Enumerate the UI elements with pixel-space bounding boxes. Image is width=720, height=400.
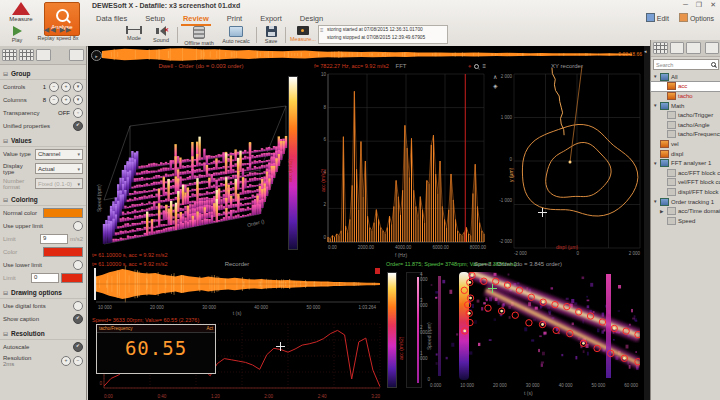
channel-item-math[interactable]: ▼Math <box>651 101 720 111</box>
recorder-panel[interactable]: Recorder t= 61.10000 s, acc = 9.92 m/s2 … <box>90 260 384 316</box>
channel-group-icon <box>660 159 669 167</box>
upper-limit-toggle[interactable] <box>73 221 83 231</box>
autoscale-checkbox[interactable] <box>73 342 83 352</box>
resolution-decrease-button[interactable] <box>73 356 83 366</box>
drawing-options-header[interactable]: Drawing options <box>0 286 86 299</box>
widget-grid-button[interactable] <box>2 49 17 61</box>
maximize-button[interactable]: ❐ <box>696 1 702 9</box>
tab-export[interactable]: Export <box>258 13 284 26</box>
channel-item-tacho-angle[interactable]: tacho/Angle <box>651 120 720 130</box>
edit-button[interactable]: Edit <box>646 13 669 22</box>
resolution-increase-button[interactable] <box>61 356 71 366</box>
channel-item-all[interactable]: ▼All <box>651 72 720 82</box>
group-section-header[interactable]: Group <box>0 67 86 80</box>
channel-item-tacho[interactable]: tacho <box>651 91 720 101</box>
channel-add-button[interactable] <box>686 42 701 54</box>
resolution-section-header[interactable]: Resolution <box>0 327 86 340</box>
waterfall-3d-panel[interactable]: Dwell - Order (do = 0.003 order) Speed (… <box>90 62 312 260</box>
columns-menu-button[interactable] <box>73 95 83 105</box>
play-button[interactable]: Play <box>4 26 30 43</box>
upper-limit-value-row: Limit 9 m/s2 <box>0 232 86 245</box>
channel-search-box[interactable]: Search <box>653 59 719 70</box>
replay-speed-control[interactable]: ◀◀ ▶▶ Replay speed 8x <box>30 26 86 41</box>
channel-item-displ[interactable]: displ <box>651 149 720 159</box>
channel-item-tacho-trigger[interactable]: tacho/Trigger <box>651 110 720 120</box>
display-type-select[interactable]: Actual <box>35 163 83 174</box>
show-caption-checkbox[interactable] <box>73 314 83 324</box>
channel-item-acc-fft-block-count[interactable]: acc/FFT block count <box>651 168 720 178</box>
channel-item-fft-analyser-1[interactable]: ▼FFT analyser 1 <box>651 158 720 168</box>
upper-limit-input[interactable]: 9 <box>40 234 68 244</box>
lower-limit-toggle[interactable] <box>73 260 83 270</box>
lower-limit-color-swatch[interactable] <box>61 273 83 283</box>
widget-display-button[interactable] <box>19 49 34 61</box>
number-format-select[interactable]: Fixed (0.1-0) <box>35 178 83 189</box>
muted-speaker-icon: ✕ <box>153 26 169 36</box>
channel-item-displ-fft-block-count[interactable]: displ/FFT block count <box>651 187 720 197</box>
lower-limit-input[interactable]: 0 <box>31 273 59 283</box>
close-button[interactable]: ✕ <box>710 1 716 9</box>
mode-button[interactable]: Mode <box>120 26 148 41</box>
coloring-section-header[interactable]: Coloring <box>0 193 86 206</box>
collapse-caret-icon[interactable]: ▼ <box>653 103 658 108</box>
widget-plain-button[interactable] <box>36 49 51 61</box>
sound-button[interactable]: ✕ Sound <box>148 26 174 43</box>
options-button[interactable]: Options <box>679 13 714 22</box>
fft-panel[interactable]: FFT f= 7822.27 Hz, acc= 9.92 m/s2 ⌖ ≡ 10… <box>312 62 490 260</box>
widget-more-button[interactable] <box>69 49 84 61</box>
minimize-button[interactable]: ─ <box>683 1 688 9</box>
auto-recalc-button[interactable]: Auto recalc <box>218 26 254 44</box>
collapse-caret-icon[interactable]: ▼ <box>653 199 658 204</box>
controls-decrement-button[interactable] <box>49 82 59 92</box>
controls-menu-button[interactable] <box>73 82 83 92</box>
transparency-row: Transparency OFF <box>0 106 86 119</box>
tab-review[interactable]: Review <box>181 13 211 26</box>
digital-fonts-toggle[interactable] <box>73 301 83 311</box>
channel-item-tacho-frequency[interactable]: tacho/Frequency <box>651 130 720 140</box>
channel-item-acc-time-domain[interactable]: ▶acc/Time domain <box>651 206 720 216</box>
center-icon[interactable]: ◈ <box>493 83 498 89</box>
channel-icon <box>667 92 676 100</box>
upper-limit-color-swatch[interactable] <box>43 247 83 257</box>
overview-strip[interactable]: ▸ 0:03:18.66 <box>90 47 644 62</box>
tab-data-files[interactable]: Data files <box>94 13 129 26</box>
value-type-select[interactable]: Channel <box>35 149 83 160</box>
channel-filter-button[interactable] <box>670 42 685 54</box>
tab-print[interactable]: Print <box>225 13 244 26</box>
channel-menu-button[interactable] <box>705 42 720 54</box>
channel-item-vel-fft-block-count[interactable]: vel/FFT block count <box>651 178 720 188</box>
values-section-header[interactable]: Values <box>0 134 86 147</box>
cursor-icon[interactable]: ⌖ <box>468 63 471 69</box>
save-button[interactable]: Save <box>259 26 283 44</box>
speed-chart-panel[interactable]: Speed= 3633.00rpm; Value= 60.55 (2.2376)… <box>90 316 384 400</box>
transparency-toggle[interactable] <box>73 108 83 118</box>
expand-caret-icon[interactable]: ▶ <box>660 209 665 214</box>
columns-decrement-button[interactable] <box>49 95 59 105</box>
collapse-caret-icon[interactable]: ▼ <box>653 74 658 79</box>
channel-item-order-tracking-1[interactable]: ▼Order tracking 1 <box>651 197 720 207</box>
collapse-caret-icon[interactable]: ▼ <box>653 161 658 166</box>
digital-display[interactable]: tacho/Frequency Act 60.55 <box>96 324 216 374</box>
normal-color-swatch[interactable] <box>43 208 83 218</box>
zoom-icon[interactable] <box>474 64 479 69</box>
display-properties-panel: Group Controls 1 Columns 8 Transparency … <box>0 46 87 400</box>
measure-switch-button[interactable]: Measure... <box>288 26 318 42</box>
channel-item-acc[interactable]: acc <box>651 82 720 92</box>
xy-recorder-panel[interactable]: XY recorder ∧ ◈ 2 0001 0000-1 000-2 000 … <box>490 62 644 260</box>
order-map-panel[interactable]: Order= 11.875; Speed= 3748rpm; Value= 7.… <box>384 260 642 400</box>
tab-setup[interactable]: Setup <box>143 13 167 26</box>
columns-increment-button[interactable] <box>61 95 71 105</box>
menu-icon[interactable]: ≡ <box>482 63 486 69</box>
measure-mode-button[interactable]: Measure <box>2 2 40 26</box>
channel-item-vel[interactable]: vel <box>651 139 720 149</box>
controls-increment-button[interactable] <box>61 82 71 92</box>
replay-position-icon[interactable]: ▸ <box>91 50 102 61</box>
storing-notes[interactable]: storing started at 07/08/2015 12:36:31.0… <box>318 25 448 44</box>
autoscale-row: Autoscale <box>0 340 86 353</box>
waterfall-colorbar <box>288 76 298 250</box>
offline-math-button[interactable]: Offline math <box>180 26 218 46</box>
channel-view-button[interactable] <box>653 42 668 54</box>
autoscale-icon[interactable]: ∧ <box>493 74 497 80</box>
unified-properties-checkbox[interactable] <box>73 121 83 131</box>
channel-item-speed[interactable]: Speed <box>651 216 720 226</box>
